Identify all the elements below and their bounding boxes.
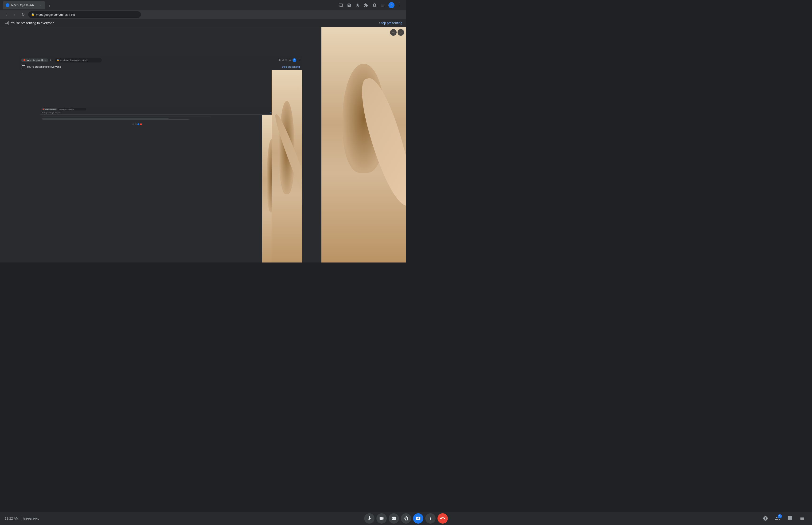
inner-tab-favicon: [24, 59, 25, 61]
l2-ui-line3: [42, 119, 189, 120]
inner-shared-screen: Meet - tnj-esni-ikb meet.google.com/tnj-…: [19, 70, 302, 262]
save-icon[interactable]: [346, 2, 352, 9]
inner-url: meet.google.com/tnj-esni-ikb: [60, 59, 87, 61]
browser-chrome: Meet - tnj-esni-ikb × + F ⋮: [0, 0, 406, 10]
right-participants-panel: ⋯ ⤢ François Beaufort You ⤢: [321, 27, 406, 262]
l2-content: [41, 115, 281, 262]
inner-participant-fb: François Beaufort: [272, 70, 302, 262]
address-bar[interactable]: 🔒 meet.google.com/tnj-esni-ikb: [28, 11, 141, 18]
reload-button[interactable]: ↻: [20, 11, 26, 18]
l2-ui-mock: [42, 117, 252, 127]
inner-ext-icon[interactable]: ⬡: [289, 58, 291, 62]
presenting-message: You're presenting to everyone: [11, 21, 377, 25]
l2-tool-4: [140, 123, 142, 125]
l2-tab-title: Meet - tnj-esni-ikb: [45, 108, 56, 110]
inner-participants-panel: François Beaufort: [272, 70, 302, 262]
inner-browser-actions: ⊞ □ ☆ ⬡ F ⋮: [278, 58, 300, 62]
l2-mini-toolbar: [42, 122, 232, 127]
back-button[interactable]: ‹: [3, 11, 10, 18]
l2-address[interactable]: meet.google.com/tnj-esni-ikb: [58, 108, 86, 110]
inner-tab-close[interactable]: ×: [45, 59, 46, 61]
shared-screen-area: Meet - tnj-esni-ikb × + 🔒 meet.google.co…: [0, 27, 321, 262]
fb-more-btn[interactable]: ⋯: [390, 29, 397, 36]
inner-stop-presenting[interactable]: Stop presenting: [282, 65, 300, 68]
lock-icon: 🔒: [31, 13, 34, 16]
inner-cast-icon[interactable]: ⊞: [278, 58, 280, 62]
url-text: meet.google.com/tnj-esni-ikb: [36, 13, 75, 16]
grid-icon[interactable]: [380, 2, 386, 9]
inner-browser-bar: Meet - tnj-esni-ikb × + 🔒 meet.google.co…: [19, 56, 302, 64]
inner-tab[interactable]: Meet - tnj-esni-ikb ×: [21, 59, 48, 62]
inner-new-tab[interactable]: +: [49, 58, 51, 62]
l2-favicon: [43, 108, 44, 110]
inner-save-icon[interactable]: □: [282, 58, 284, 62]
browser-tab[interactable]: Meet - tnj-esni-ikb ×: [3, 1, 45, 10]
l2-ui-line1: [42, 117, 211, 117]
present-icon: [4, 21, 9, 25]
presenting-banner: You're presenting to everyone Stop prese…: [0, 19, 406, 27]
tab-title: Meet - tnj-esni-ikb: [11, 3, 37, 7]
inner-tab-title: Meet - tnj-esni-ikb: [27, 59, 44, 61]
l2-tool-3: [137, 123, 139, 125]
fb-expand-btn[interactable]: ⤢: [398, 29, 404, 36]
fb-large-tile: ⋯ ⤢ François Beaufort: [321, 27, 406, 262]
l2-banner-text: You're presenting to everyone: [42, 112, 60, 114]
inner-more-icon[interactable]: ⋮: [298, 58, 300, 62]
l2-shared: [41, 115, 262, 262]
fb-tile-controls: ⋯ ⤢: [390, 29, 404, 36]
profile-icon[interactable]: [371, 2, 378, 9]
inner-profile[interactable]: F: [292, 58, 296, 62]
inner-meet-content: Meet - tnj-esni-ikb meet.google.com/tnj-…: [19, 70, 302, 262]
extension-icon[interactable]: [363, 2, 369, 9]
inner-presenting-message: You're presenting to everyone: [27, 65, 280, 68]
recursive-screen: Meet - tnj-esni-ikb × + 🔒 meet.google.co…: [19, 56, 302, 262]
l2-ui-line2: [42, 118, 168, 119]
inner-present-icon: [21, 65, 25, 68]
l2-tab[interactable]: Meet - tnj-esni-ikb: [42, 108, 57, 110]
l2-browser-bar: Meet - tnj-esni-ikb meet.google.com/tnj-…: [41, 107, 281, 111]
account-icon[interactable]: F: [388, 2, 395, 9]
inner-star-icon[interactable]: ☆: [285, 58, 287, 62]
address-bar-row: ‹ › ↻ 🔒 meet.google.com/tnj-esni-ikb: [0, 10, 406, 19]
l2-tool-2: [135, 123, 137, 125]
forward-button[interactable]: ›: [11, 11, 18, 18]
tab-close-icon[interactable]: ×: [39, 3, 42, 7]
inner-address-bar[interactable]: 🔒 meet.google.com/tnj-esni-ikb: [55, 58, 102, 62]
tab-favicon: [6, 3, 10, 7]
l2-banner: You're presenting to everyone Stop prese…: [41, 111, 281, 115]
more-options-icon[interactable]: ⋮: [397, 2, 403, 9]
cast-icon[interactable]: [337, 2, 344, 9]
star-icon[interactable]: [354, 2, 361, 9]
l2-tool-1: [132, 123, 134, 125]
inner-presenting-banner: You're presenting to everyone Stop prese…: [19, 64, 302, 70]
main-content: Meet - tnj-esni-ikb × + 🔒 meet.google.co…: [0, 27, 406, 262]
new-tab-button[interactable]: +: [46, 3, 52, 10]
stop-presenting-button[interactable]: Stop presenting: [379, 21, 402, 25]
svg-rect-0: [5, 22, 7, 24]
level2-screen: Meet - tnj-esni-ikb meet.google.com/tnj-…: [41, 107, 281, 262]
